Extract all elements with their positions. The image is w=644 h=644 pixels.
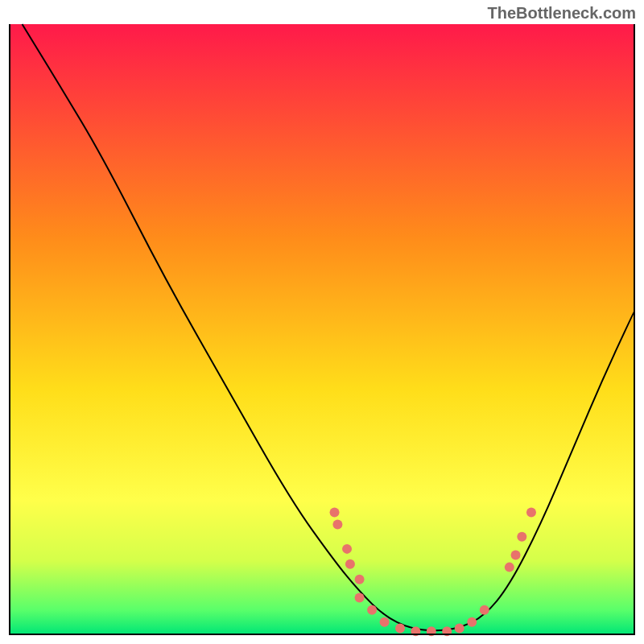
data-marker [345, 559, 355, 569]
bottleneck-chart [0, 0, 644, 644]
data-marker [480, 605, 489, 615]
data-marker [395, 623, 405, 633]
data-marker [380, 617, 390, 627]
data-marker [355, 575, 365, 584]
data-marker [526, 507, 536, 517]
data-marker [511, 550, 521, 559]
data-marker [505, 563, 514, 572]
data-marker [332, 520, 342, 530]
data-marker [355, 593, 365, 603]
data-marker [467, 617, 477, 627]
data-marker [342, 544, 352, 554]
watermark-text: TheBottleneck.com [488, 4, 636, 23]
data-marker [517, 532, 526, 542]
data-marker [330, 507, 340, 517]
data-marker [367, 605, 377, 615]
chart-container: TheBottleneck.com [0, 0, 644, 644]
data-marker [455, 623, 464, 633]
